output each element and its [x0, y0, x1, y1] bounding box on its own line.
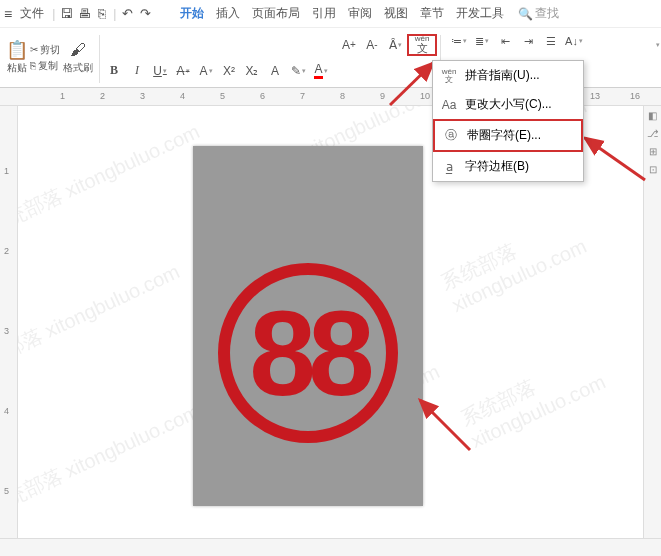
document-page[interactable]: 88	[193, 146, 423, 506]
divider	[99, 35, 100, 83]
tab-view[interactable]: 视图	[378, 3, 414, 24]
phonetic-dropdown: wén文 拼音指南(U)... Aa 更改大小写(C)... ⓐ 带圈字符(E)…	[432, 60, 584, 182]
hamburger-icon[interactable]: ≡	[4, 6, 12, 22]
ruler-tick: 5	[220, 91, 225, 101]
ruler-tick: 6	[260, 91, 265, 101]
format-painter-label: 格式刷	[63, 61, 93, 75]
separator: |	[52, 7, 55, 21]
dropdown-label: 带圈字符(E)...	[467, 127, 541, 144]
dropdown-label: 字符边框(B)	[465, 158, 529, 175]
font-color-button[interactable]: A▾	[310, 60, 332, 82]
numbering-button[interactable]: ≣▾	[471, 30, 493, 52]
watermark: 系统部落 xitongbuluo.com	[18, 398, 204, 520]
watermark: 系统部落 xitongbuluo.com	[18, 118, 204, 240]
tab-insert[interactable]: 插入	[210, 3, 246, 24]
outdent-button[interactable]: ⇤	[494, 30, 516, 52]
ruler-tick: 4	[180, 91, 185, 101]
cut-label: 剪切	[40, 43, 60, 57]
copy-label: 复制	[38, 59, 58, 73]
ruler-tick: 7	[300, 91, 305, 101]
file-menu[interactable]: 文件	[14, 3, 50, 24]
copy-icon: ⎘	[30, 60, 36, 71]
format-painter[interactable]: 🖌 格式刷	[60, 30, 96, 85]
font-effect-button[interactable]: A▾	[195, 60, 217, 82]
tab-review[interactable]: 审阅	[342, 3, 378, 24]
border-icon: a̲	[441, 160, 457, 174]
dropdown-char-border[interactable]: a̲ 字符边框(B)	[433, 152, 583, 181]
highlight-button[interactable]: ✎▾	[287, 60, 309, 82]
print-icon[interactable]: 🖶	[75, 5, 93, 23]
redo-icon[interactable]: ↷	[136, 5, 154, 23]
vertical-ruler[interactable]: 1 2 3 4 5	[0, 106, 18, 538]
search-box[interactable]: 🔍 查找	[518, 5, 559, 22]
separator: |	[113, 7, 116, 21]
circled-icon: ⓐ	[443, 127, 459, 144]
tab-chapter[interactable]: 章节	[414, 3, 450, 24]
paste-icon: 📋	[8, 41, 26, 59]
status-bar	[0, 538, 661, 556]
save-icon[interactable]: 🖫	[57, 5, 75, 23]
enclosed-character[interactable]: 88	[218, 263, 398, 443]
vruler-tick: 4	[4, 406, 9, 416]
decrease-font-button[interactable]: A-	[361, 34, 383, 56]
phonetic-char: 文	[417, 43, 428, 54]
ruler-tick: 3	[140, 91, 145, 101]
paste-label: 粘贴	[7, 61, 27, 75]
tab-page-layout[interactable]: 页面布局	[246, 3, 306, 24]
text-direction-button[interactable]: ☰	[540, 30, 562, 52]
watermark: 系统部落 xitongbuluo.com	[437, 185, 643, 317]
tab-dev-tools[interactable]: 开发工具	[450, 3, 510, 24]
preview-icon[interactable]: ⎘	[93, 5, 111, 23]
brush-icon: 🖌	[69, 41, 87, 59]
search-icon: 🔍	[518, 7, 533, 21]
bullets-button[interactable]: ≔▾	[448, 30, 470, 52]
scissors-icon: ✂	[30, 44, 38, 55]
subscript-button[interactable]: X₂	[241, 60, 263, 82]
increase-font-button[interactable]: A+	[338, 34, 360, 56]
document-content: 88	[249, 293, 366, 413]
phonetic-guide-button[interactable]: wén 文 ▾	[407, 34, 437, 56]
watermark: 系统部落 xitongbuluo.com	[456, 329, 643, 452]
ruler-tick: 9	[380, 91, 385, 101]
pinyin-icon: wén文	[441, 68, 457, 84]
bold-button[interactable]: B	[103, 60, 125, 82]
paste-group[interactable]: 📋 粘贴	[4, 30, 30, 85]
underline-button[interactable]: U▾	[149, 60, 171, 82]
dropdown-label: 拼音指南(U)...	[465, 67, 540, 84]
ruler-tick: 2	[100, 91, 105, 101]
undo-icon[interactable]: ↶	[118, 5, 136, 23]
sidebar-tool-icon[interactable]: ◧	[646, 110, 660, 124]
copy-button[interactable]: ⎘复制	[30, 59, 60, 73]
superscript-button[interactable]: X²	[218, 60, 240, 82]
vruler-tick: 3	[4, 326, 9, 336]
dropdown-label: 更改大小写(C)...	[465, 96, 552, 113]
sidebar-tool-icon[interactable]: ⊡	[646, 164, 660, 178]
tab-home[interactable]: 开始	[174, 3, 210, 24]
vruler-tick: 5	[4, 486, 9, 496]
clear-format-button[interactable]: A	[264, 60, 286, 82]
dropdown-change-case[interactable]: Aa 更改大小写(C)...	[433, 90, 583, 119]
dropdown-enclosed-char[interactable]: ⓐ 带圈字符(E)...	[433, 119, 583, 152]
ruler-tick: 1	[60, 91, 65, 101]
indent-button[interactable]: ⇥	[517, 30, 539, 52]
ruler-tick: 13	[590, 91, 600, 101]
case-icon: Aa	[441, 98, 457, 112]
strikethrough-button[interactable]: A▾	[172, 60, 194, 82]
case-button[interactable]: Ȃ▾	[384, 34, 406, 56]
ruler-tick: 16	[630, 91, 640, 101]
search-label: 查找	[535, 5, 559, 22]
ruler-tick: 8	[340, 91, 345, 101]
sidebar-tool-icon[interactable]: ⎇	[646, 128, 660, 142]
sidebar-tool-icon[interactable]: ⊞	[646, 146, 660, 160]
vruler-tick: 1	[4, 166, 9, 176]
vruler-tick: 2	[4, 246, 9, 256]
italic-button[interactable]: I	[126, 60, 148, 82]
watermark: 系统部落 xitongbuluo.com	[18, 258, 184, 380]
sort-button[interactable]: A↓▾	[563, 30, 585, 52]
ruler-tick: 10	[420, 91, 430, 101]
cut-button[interactable]: ✂剪切	[30, 43, 60, 57]
right-sidebar: ◧ ⎇ ⊞ ⊡	[643, 106, 661, 538]
dropdown-pinyin-guide[interactable]: wén文 拼音指南(U)...	[433, 61, 583, 90]
tab-references[interactable]: 引用	[306, 3, 342, 24]
